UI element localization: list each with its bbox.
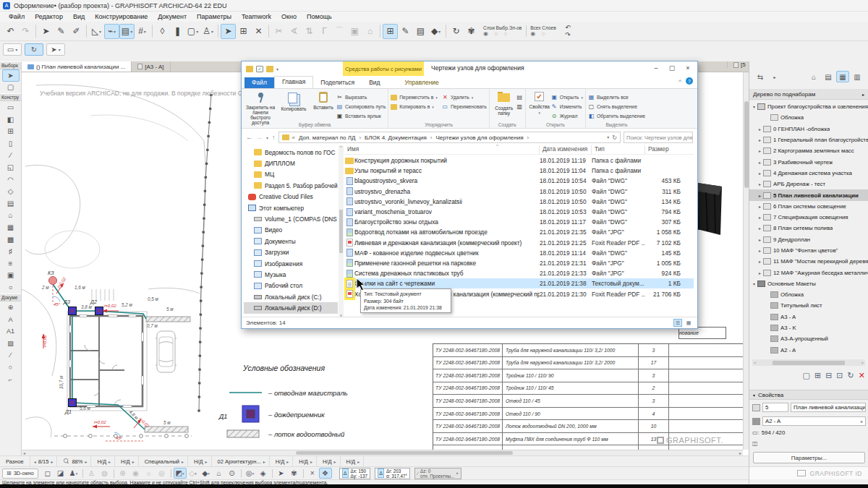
tree-item[interactable]: Титульный лист bbox=[749, 300, 868, 311]
toolbar-button[interactable]: ▣ bbox=[347, 24, 362, 39]
scroll-up-icon[interactable]: ^ bbox=[340, 145, 342, 150]
menu-item[interactable]: Редактор bbox=[30, 13, 67, 20]
properties-button[interactable]: ✔Свойства▾ bbox=[528, 91, 551, 116]
palette-tool[interactable]: ♯ bbox=[2, 245, 20, 257]
tab-file[interactable]: Файл bbox=[244, 77, 274, 88]
quick-options-combo[interactable]: 88% ▸ bbox=[57, 456, 91, 466]
tree-item[interactable]: A2 - A bbox=[749, 345, 868, 356]
file-row[interactable]: variant_moschenia_trotuarov 18.01.2019 1… bbox=[344, 207, 694, 217]
mode-toolbar-button[interactable]: ◈ bbox=[257, 468, 270, 479]
sidebar-item[interactable]: ДИПЛЛОМ bbox=[244, 158, 338, 168]
tree-item[interactable]: ▸ 6 План системы освещение bbox=[749, 201, 868, 212]
palette-tool[interactable]: ◇ bbox=[2, 185, 20, 197]
update-icon[interactable]: ↻ bbox=[848, 371, 854, 380]
refresh-icon[interactable]: ↻ bbox=[612, 134, 617, 141]
copy-path-button[interactable]: ▤Скопировать путь bbox=[336, 103, 386, 111]
tree-expander-icon[interactable]: ▸ bbox=[757, 181, 763, 187]
tree-item[interactable]: ▸ 1 Генеральный план благоустройства bbox=[749, 134, 868, 145]
file-row[interactable]: Благоустройство зоны отдыха 18.01.2019 1… bbox=[344, 217, 694, 227]
tree-item[interactable]: ▾ Проект благоустройства и озеленения " bbox=[749, 101, 868, 112]
palette-tool[interactable]: ⊕ bbox=[2, 301, 20, 314]
tree-item[interactable]: ▸ 10 МАФ "Фонтан цветов" bbox=[749, 245, 868, 256]
sidebar-item[interactable]: МЦ bbox=[244, 169, 338, 180]
toolbar-button[interactable]: ▢ bbox=[185, 24, 200, 39]
select-all-button[interactable]: ▦Выделить все bbox=[588, 93, 645, 101]
quick-options-combo[interactable]: Н/Д ▸ bbox=[188, 456, 212, 466]
palette-tool[interactable]: ⌂ bbox=[2, 210, 20, 222]
tree-item[interactable]: ▸ АРБ Диренаж - тест bbox=[749, 179, 868, 189]
folder-icon[interactable] bbox=[246, 66, 253, 72]
pin-button[interactable]: Закрепить на панели быстрого доступа bbox=[244, 91, 277, 125]
palette-tool[interactable]: ➤ bbox=[2, 69, 20, 82]
tree-item[interactable]: ▸ 2 Картограмма земляных масс bbox=[749, 145, 868, 156]
drawing-vscrollbar[interactable] bbox=[743, 72, 749, 450]
quick-options-combo[interactable]: Специальный ▸ bbox=[139, 456, 188, 466]
tree-item[interactable]: ▸ 9 Дендроплан bbox=[749, 234, 868, 245]
toolbar-button[interactable]: ✕ bbox=[251, 24, 266, 39]
quick-options-combo[interactable]: Н/Д ▸ bbox=[115, 456, 139, 466]
palette-tool[interactable]: ◱ bbox=[2, 161, 20, 174]
tree-expander-icon[interactable]: ▸ bbox=[757, 160, 763, 165]
delete-icon[interactable]: ✕ bbox=[859, 371, 865, 380]
sidebar-scrollbar[interactable]: ^v bbox=[339, 145, 344, 317]
master-layout-select[interactable]: A2 - A ▸ bbox=[762, 416, 866, 426]
scroll-left-icon[interactable]: ◂ bbox=[23, 450, 25, 455]
tree-item[interactable]: A3 - A bbox=[749, 312, 868, 322]
palette-tool[interactable]: ○ bbox=[2, 361, 20, 374]
scroll-right-icon[interactable]: > bbox=[861, 361, 864, 365]
toolbar-button[interactable]: ✎ bbox=[54, 24, 69, 39]
sidebar-item[interactable]: Ведомость полов по ГОС bbox=[244, 147, 338, 158]
history-dropdown-icon[interactable]: ▾ bbox=[266, 135, 268, 140]
palette-tool[interactable]: ∕ bbox=[2, 150, 20, 162]
hscroll-thumb[interactable] bbox=[296, 451, 513, 455]
file-row[interactable]: Система дренажных пластиковых труб 21.01… bbox=[344, 268, 694, 278]
parameters-button[interactable]: Параметры... bbox=[753, 452, 865, 463]
maximize-button[interactable]: ▢ bbox=[664, 61, 680, 74]
copy-button[interactable]: Копировать bbox=[277, 91, 310, 111]
toolbar-button[interactable]: ⊞ bbox=[383, 24, 398, 39]
tracker-xy[interactable]: Δ Δx: 150Δy: -137 bbox=[339, 468, 370, 479]
toolbar-button[interactable]: ⇅ bbox=[302, 24, 317, 39]
quick-options-combo[interactable]: Н/Д ▸ bbox=[91, 456, 115, 466]
paste-button[interactable]: Вставить bbox=[310, 91, 336, 110]
quick-toolbar-button[interactable]: ↻ bbox=[25, 43, 43, 56]
mode-toolbar-button[interactable] bbox=[82, 469, 83, 478]
mode-toolbar-button[interactable]: ◆ bbox=[200, 468, 213, 479]
mode-toolbar-button[interactable]: ➤ bbox=[275, 468, 288, 479]
toolbar-button[interactable] bbox=[35, 25, 36, 38]
invert-selection-button[interactable]: ◧Обратить выделение bbox=[588, 112, 645, 120]
toolbar-button[interactable]: ➤ bbox=[221, 24, 236, 39]
select-none-button[interactable]: ▢Снять выделение bbox=[588, 103, 645, 111]
tree-item[interactable]: ▸ 5 План ливневой канализации bbox=[749, 189, 868, 200]
mode-toolbar-button[interactable]: ♙ bbox=[85, 468, 98, 479]
tree-expander-icon[interactable]: ▾ bbox=[751, 104, 757, 109]
eye-icons[interactable]: ◉ ◌ ◌ bbox=[483, 31, 509, 37]
tree-item[interactable]: ▸ 8 План ситемы полива bbox=[749, 223, 868, 234]
mode-toolbar-button[interactable]: ◻ bbox=[41, 468, 54, 479]
toolbar-button[interactable]: ⊞ bbox=[236, 24, 251, 39]
palette-tool[interactable]: ⊞ bbox=[2, 125, 20, 137]
mode-toolbar-button[interactable]: ◩ bbox=[174, 468, 187, 479]
tab-home[interactable]: Главная bbox=[274, 76, 313, 88]
mode-toolbar-button[interactable]: ◇ bbox=[187, 468, 200, 479]
minimize-button[interactable]: – bbox=[648, 61, 664, 74]
undo-small-icon[interactable]: ↶↷ bbox=[561, 24, 576, 39]
quick-options-combo[interactable]: 02 Архитектурн... ▸ bbox=[212, 456, 270, 466]
tab-share[interactable]: Поделиться bbox=[313, 77, 362, 88]
history-button[interactable]: ⊙Журнал bbox=[551, 112, 583, 120]
forward-icon[interactable]: → bbox=[256, 134, 263, 141]
layout-book-icon[interactable]: ▦ bbox=[836, 71, 849, 82]
palette-tool[interactable]: ▯ bbox=[2, 137, 20, 150]
layout-name-field[interactable]: План ливневой канализации bbox=[791, 403, 866, 412]
mode-toolbar-button[interactable]: ◎ bbox=[156, 468, 169, 479]
sidebar-item[interactable]: Музыка bbox=[244, 269, 338, 280]
toolbar-button[interactable]: ◺ bbox=[89, 24, 104, 39]
sidebar-item[interactable]: Документы bbox=[244, 236, 338, 247]
file-row[interactable]: Конструкция дорожных покрытий 18.01.2019… bbox=[344, 155, 694, 166]
menu-item[interactable]: Конструирование bbox=[90, 13, 152, 20]
menu-item[interactable]: Параметры bbox=[192, 13, 236, 20]
mode-toolbar-button[interactable]: ◪ bbox=[54, 468, 67, 479]
tree-item[interactable]: ▾ Основные Макеты bbox=[749, 278, 868, 289]
tree-expander-icon[interactable]: ▸ bbox=[757, 127, 763, 132]
tree-item[interactable]: ▸ 4 Дренажная система участка bbox=[749, 168, 868, 179]
